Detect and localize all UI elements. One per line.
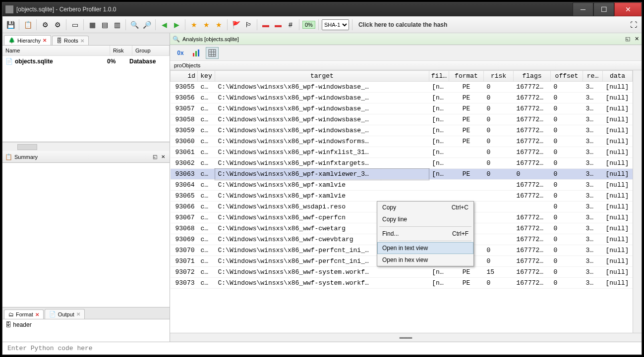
table-row[interactable]: 93055c…C:\Windows\winsxs\x86_wpf-windows…: [171, 82, 633, 93]
menu-item[interactable]: Open in hex view: [377, 254, 473, 266]
column-header[interactable]: risk: [484, 71, 514, 82]
table-row[interactable]: 93056c…C:\Windows\winsxs\x86_wpf-windows…: [171, 93, 633, 103]
tab-format[interactable]: 🗂 Format ✕: [4, 309, 44, 319]
titlebar[interactable]: [objects.sqlite] - Cerbero Profiler 1.0.…: [2, 2, 642, 16]
main-toolbar: 💾 📋 ⚙ ⚙ ▭ ▦ ▤ ▥ 🔍 🔎 ◀ ▶ ★ ★ ★ 🚩 🏳 ▬ ▬ # …: [2, 16, 642, 33]
hierarchy-row[interactable]: 📄objects.sqlite 0% Database: [2, 56, 170, 67]
menu-item[interactable]: CopyCtrl+C: [377, 202, 473, 213]
window-title: [objects.sqlite] - Cerbero Profiler 1.0.…: [16, 6, 573, 13]
hash-icon[interactable]: #: [285, 19, 296, 30]
file-icon: 📄: [5, 58, 13, 65]
svg-rect-2: [198, 50, 199, 56]
column-header[interactable]: key: [198, 71, 215, 82]
app-icon: [5, 5, 13, 13]
python-input-bar[interactable]: [2, 342, 642, 355]
hierarchy-hscroll[interactable]: [2, 142, 170, 151]
forward-icon[interactable]: ▶: [171, 19, 182, 30]
back-icon[interactable]: ◀: [159, 19, 170, 30]
search-icon[interactable]: 🔍: [129, 19, 140, 30]
table-row[interactable]: 93063c…C:\Windows\winsxs\x86_wpf-xamlvie…: [171, 169, 633, 180]
hscroll[interactable]: ═══: [170, 333, 642, 342]
vscroll[interactable]: [633, 70, 642, 333]
maximize-button[interactable]: ☐: [593, 2, 614, 16]
bookmark3-icon[interactable]: ★: [213, 19, 224, 30]
mark1-icon[interactable]: ▬: [260, 19, 271, 30]
table-row[interactable]: 93060c…C:\Windows\winsxs\x86_wpf-windows…: [171, 136, 633, 147]
tab-hierarchy[interactable]: 🌲 Hierarchy ✕: [4, 35, 51, 45]
analysis-header: 🔍 Analysis [objects.sqlite] ◱ ✕: [170, 33, 642, 45]
layout2-icon[interactable]: ▤: [99, 19, 110, 30]
column-header[interactable]: fil…: [429, 71, 449, 82]
progress-pct: 0%: [302, 21, 315, 29]
copy-icon[interactable]: 📋: [22, 19, 33, 30]
bookmark2-icon[interactable]: ★: [201, 19, 212, 30]
flag1-icon[interactable]: 🚩: [231, 19, 241, 30]
mark2-icon[interactable]: ▬: [273, 19, 284, 30]
column-header[interactable]: id: [171, 71, 198, 82]
col-name[interactable]: Name: [2, 46, 110, 55]
svg-rect-3: [209, 50, 216, 56]
save-dropdown-icon[interactable]: 💾: [5, 19, 16, 30]
browser-icon[interactable]: ▭: [69, 19, 80, 30]
tab-roots[interactable]: 🗄 Roots ✕: [52, 36, 89, 45]
hex-view-button[interactable]: 0x: [174, 47, 187, 59]
hash-algo-select[interactable]: SHA-1: [322, 19, 349, 30]
bookmark1-icon[interactable]: ★: [188, 19, 199, 30]
column-header[interactable]: target: [215, 71, 429, 82]
fullscreen-icon[interactable]: ⛶: [628, 19, 639, 30]
column-header[interactable]: flags: [514, 71, 551, 82]
minimize-button[interactable]: ─: [573, 2, 593, 16]
search-next-icon[interactable]: 🔎: [141, 19, 152, 30]
tree-icon: 🌲: [8, 37, 15, 44]
col-group[interactable]: Group: [132, 46, 170, 55]
layout3-icon[interactable]: ▥: [112, 19, 122, 30]
python-input[interactable]: [2, 342, 642, 355]
summary-body: [2, 163, 170, 307]
close-icon[interactable]: ✕: [35, 312, 39, 317]
column-header[interactable]: re…: [583, 71, 603, 82]
table-row[interactable]: 93065c…C:\Windows\winsxs\x86_wpf-xamlvie…: [171, 191, 633, 202]
format-tabs: 🗂 Format ✕ 📄 Output ✕: [2, 307, 170, 319]
col-risk[interactable]: Risk: [110, 46, 132, 55]
column-header[interactable]: format: [449, 71, 484, 82]
undock-icon[interactable]: ◱: [153, 154, 157, 159]
menu-item[interactable]: Find...Ctrl+F: [377, 228, 473, 240]
layout1-icon[interactable]: ▦: [87, 19, 98, 30]
column-header[interactable]: offset: [551, 71, 583, 82]
table-row[interactable]: 93062c…C:\Windows\winsxs\x86_wpf-winfxta…: [171, 158, 633, 169]
hierarchy-tree[interactable]: Name Risk Group 📄objects.sqlite 0% Datab…: [2, 46, 170, 142]
close-icon[interactable]: ✕: [80, 38, 84, 44]
table-row[interactable]: 93072c…C:\Windows\winsxs\x86_wwf-system.…: [171, 267, 633, 278]
context-menu: CopyCtrl+CCopy lineFind...Ctrl+FOpen in …: [377, 201, 474, 266]
close-icon[interactable]: ✕: [43, 38, 47, 43]
undock-icon[interactable]: ◱: [625, 36, 630, 42]
table-row[interactable]: 93073c…C:\Windows\winsxs\x86_wwf-system.…: [171, 278, 633, 289]
table-row[interactable]: 93059c…C:\Windows\winsxs\x86_wpf-windows…: [171, 125, 633, 136]
format-icon: 🗂: [8, 311, 14, 317]
svg-rect-1: [195, 51, 197, 56]
close-button[interactable]: ✕: [614, 2, 642, 16]
hash-prompt[interactable]: Click here to calculate the hash: [355, 21, 450, 28]
table-row[interactable]: 93061c…C:\Windows\winsxs\x86_wpf-winfxli…: [171, 147, 633, 158]
menu-item[interactable]: Copy line: [377, 213, 473, 225]
view-toolbar: 0x: [170, 45, 642, 61]
tab-output[interactable]: 📄 Output ✕: [45, 309, 85, 319]
magnifier-icon: 🔍: [173, 36, 180, 43]
close-icon[interactable]: ✕: [76, 311, 80, 317]
table-row[interactable]: 93064c…C:\Windows\winsxs\x86_wpf-xamlvie…: [171, 180, 633, 191]
flag2-icon[interactable]: 🏳: [243, 19, 254, 30]
column-header[interactable]: data: [603, 71, 633, 82]
summary-header: 📋 Summary ◱ ✕: [2, 151, 170, 163]
gear2-icon[interactable]: ⚙: [52, 19, 63, 30]
format-body[interactable]: 🗄 header: [2, 319, 170, 342]
table-view-button[interactable]: [206, 47, 219, 59]
table-row[interactable]: 93057c…C:\Windows\winsxs\x86_wpf-windows…: [171, 103, 633, 114]
svg-rect-0: [193, 53, 194, 56]
gear-icon[interactable]: ⚙: [40, 19, 51, 30]
chart-view-button[interactable]: [190, 47, 203, 59]
close-icon[interactable]: ✕: [161, 154, 165, 159]
close-icon[interactable]: ✕: [635, 36, 639, 42]
menu-item[interactable]: Open in text view: [377, 242, 473, 254]
table-row[interactable]: 93058c…C:\Windows\winsxs\x86_wpf-windows…: [171, 114, 633, 125]
summary-icon: 📋: [5, 153, 12, 160]
